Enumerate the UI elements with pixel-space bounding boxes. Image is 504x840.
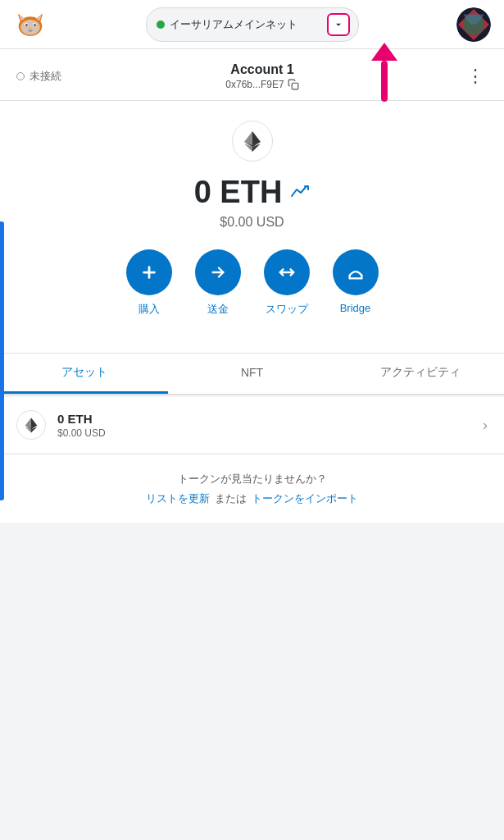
send-action[interactable]: 送金 xyxy=(195,249,241,317)
plus-icon xyxy=(140,263,158,281)
balance-amount: 0 ETH xyxy=(16,175,488,210)
account-info: Account 1 0x76b...F9E7 xyxy=(61,62,463,90)
account-avatar[interactable] xyxy=(456,7,491,42)
bridge-action[interactable]: Bridge xyxy=(333,249,379,317)
tabs-section: アセット NFT アクティビティ xyxy=(0,354,504,395)
address-text: 0x76b...F9E7 xyxy=(225,79,284,90)
refresh-link[interactable]: リストを更新 xyxy=(146,491,210,506)
account-address: 0x76b...F9E7 xyxy=(61,79,463,90)
balance-section: 0 ETH $0.00 USD 購入 送 xyxy=(0,101,504,354)
balance-text: 0 ETH xyxy=(194,175,283,210)
network-status-dot xyxy=(157,21,165,29)
eth-asset-icon xyxy=(16,410,46,440)
table-row[interactable]: 0 ETH $0.00 USD › xyxy=(0,397,504,454)
asset-name: 0 ETH xyxy=(57,412,483,426)
tab-activity[interactable]: アクティビティ xyxy=(336,354,504,394)
eth-logo xyxy=(240,129,265,153)
eth-logo-circle xyxy=(232,121,273,162)
asset-details: 0 ETH $0.00 USD xyxy=(57,412,483,439)
connection-label: 未接続 xyxy=(30,69,61,84)
action-buttons: 購入 送金 スワップ xyxy=(16,249,488,336)
svg-point-8 xyxy=(25,24,28,26)
account-name: Account 1 xyxy=(61,62,463,77)
more-menu-button[interactable]: ⋮ xyxy=(463,62,488,90)
network-selector[interactable]: イーサリアムメインネット xyxy=(146,7,359,42)
eth-small-logo xyxy=(22,416,40,434)
bridge-button[interactable] xyxy=(333,249,379,295)
asset-chevron-icon: › xyxy=(483,417,488,434)
header: イーサリアムメインネット xyxy=(0,0,504,49)
send-button[interactable] xyxy=(195,249,241,295)
buy-label: 購入 xyxy=(138,302,160,317)
svg-rect-13 xyxy=(292,83,298,89)
footer-separator: または xyxy=(215,491,247,506)
left-accent-bar xyxy=(0,221,4,500)
tabs-row: アセット NFT アクティビティ xyxy=(0,354,504,394)
bridge-icon xyxy=(347,263,365,281)
balance-usd: $0.00 USD xyxy=(16,215,488,230)
svg-marker-14 xyxy=(252,131,261,145)
tab-nft[interactable]: NFT xyxy=(168,354,336,393)
footer-hint-text: トークンが見当たりませんか？ xyxy=(16,472,488,486)
svg-point-9 xyxy=(34,24,36,26)
swap-action[interactable]: スワップ xyxy=(264,249,310,317)
metamask-logo xyxy=(13,7,48,42)
arrow-right-icon xyxy=(209,263,227,281)
network-chevron-button[interactable] xyxy=(327,13,350,36)
asset-usd: $0.00 USD xyxy=(57,427,483,439)
svg-marker-15 xyxy=(244,131,252,145)
connection-dot xyxy=(16,72,25,80)
footer-hint: トークンが見当たりませんか？ リストを更新 または トークンをインポート xyxy=(0,455,504,523)
account-section: 未接続 Account 1 0x76b...F9E7 ⋮ xyxy=(0,49,504,101)
buy-button[interactable] xyxy=(126,249,172,295)
svg-point-5 xyxy=(20,20,40,34)
swap-icon xyxy=(278,263,296,281)
asset-list: 0 ETH $0.00 USD › xyxy=(0,397,504,454)
chart-icon[interactable] xyxy=(290,181,310,204)
bridge-label: Bridge xyxy=(340,302,371,314)
svg-point-10 xyxy=(29,27,31,30)
swap-button[interactable] xyxy=(264,249,310,295)
send-label: 送金 xyxy=(207,302,229,317)
footer-links: リストを更新 または トークンをインポート xyxy=(16,491,488,506)
svg-marker-25 xyxy=(31,418,37,427)
network-name: イーサリアムメインネット xyxy=(170,17,322,32)
svg-marker-26 xyxy=(25,418,31,427)
buy-action[interactable]: 購入 xyxy=(126,249,172,317)
tab-assets[interactable]: アセット xyxy=(0,354,168,394)
connection-status: 未接続 xyxy=(16,69,61,84)
copy-icon[interactable] xyxy=(288,79,299,90)
chevron-down-icon xyxy=(333,19,344,30)
swap-label: スワップ xyxy=(266,302,308,317)
import-link[interactable]: トークンをインポート xyxy=(252,491,358,506)
